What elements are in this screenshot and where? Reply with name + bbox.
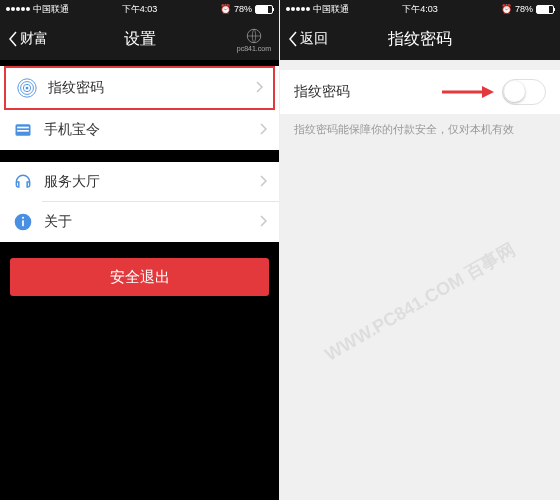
- status-time: 下午4:03: [402, 3, 438, 16]
- highlight-box: 指纹密码: [4, 66, 275, 110]
- list-item-fingerprint[interactable]: 指纹密码: [6, 68, 273, 108]
- svg-rect-6: [17, 127, 29, 129]
- page-title: 设置: [124, 29, 156, 50]
- status-bar: 中国联通 下午4:03 ⏰ 78%: [280, 0, 560, 18]
- signal-icon: [286, 7, 310, 11]
- list-label: 关于: [44, 213, 260, 231]
- globe-icon: [245, 27, 263, 45]
- list-item-service[interactable]: 服务大厅: [0, 162, 279, 202]
- toggle-row-fingerprint: 指纹密码: [280, 70, 560, 114]
- list-label: 手机宝令: [44, 121, 260, 139]
- list-item-about[interactable]: 关于: [0, 202, 279, 242]
- fingerprint-icon: [16, 77, 38, 99]
- carrier-label: 中国联通: [313, 3, 349, 16]
- logout-button[interactable]: 安全退出: [10, 258, 269, 296]
- alarm-icon: ⏰: [501, 4, 512, 14]
- battery-icon: [536, 5, 554, 14]
- arrow-annotation: [440, 84, 494, 100]
- battery-icon: [255, 5, 273, 14]
- logo-text: pc841.com: [237, 45, 271, 52]
- headset-icon: [12, 171, 34, 193]
- carrier-label: 中国联通: [33, 3, 69, 16]
- svg-point-4: [26, 87, 29, 90]
- back-label: 财富: [20, 30, 48, 48]
- toggle-knob: [504, 81, 525, 102]
- status-bar: 中国联通 下午4:03 ⏰ 78%: [0, 0, 279, 18]
- chevron-left-icon: [288, 31, 298, 47]
- svg-point-10: [22, 217, 24, 219]
- watermark: WWW.PC841.COM 百事网: [320, 238, 519, 367]
- chevron-right-icon: [256, 79, 263, 97]
- nav-bar: 财富 设置 pc841.com: [0, 18, 279, 60]
- hint-text: 指纹密码能保障你的付款安全，仅对本机有效: [280, 114, 560, 145]
- info-icon: [12, 211, 34, 233]
- svg-rect-9: [22, 220, 24, 226]
- toggle-switch[interactable]: [502, 79, 546, 105]
- back-button[interactable]: 财富: [8, 30, 48, 48]
- alarm-icon: ⏰: [220, 4, 231, 14]
- list-label: 指纹密码: [48, 79, 256, 97]
- svg-rect-7: [17, 130, 29, 132]
- back-label: 返回: [300, 30, 328, 48]
- page-title: 指纹密码: [388, 29, 452, 50]
- chevron-right-icon: [260, 173, 267, 191]
- back-button[interactable]: 返回: [288, 30, 328, 48]
- nav-bar: 返回 指纹密码: [280, 18, 560, 60]
- chevron-left-icon: [8, 31, 18, 47]
- signal-icon: [6, 7, 30, 11]
- logout-label: 安全退出: [110, 268, 170, 287]
- list-label: 服务大厅: [44, 173, 260, 191]
- battery-pct: 78%: [234, 4, 252, 14]
- chevron-right-icon: [260, 213, 267, 231]
- list-item-mobile-token[interactable]: 手机宝令: [0, 110, 279, 150]
- chevron-right-icon: [260, 121, 267, 139]
- status-time: 下午4:03: [122, 3, 158, 16]
- token-icon: [12, 119, 34, 141]
- battery-pct: 78%: [515, 4, 533, 14]
- toggle-label: 指纹密码: [294, 83, 440, 101]
- logo: pc841.com: [237, 27, 271, 52]
